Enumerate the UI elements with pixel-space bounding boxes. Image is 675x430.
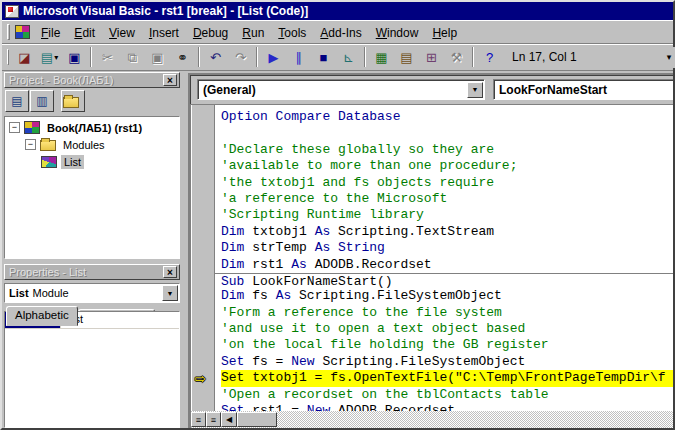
help-button[interactable]: ? [477,46,502,69]
app-icon [5,5,19,18]
code-line[interactable]: Sub LookForNameStart() [215,273,673,288]
tree-item-label[interactable]: Book(ЛАБ1) (rst1) [44,121,145,135]
object-selector-combo[interactable]: List Module ▼ [4,283,180,303]
menu-tools[interactable]: Tools [271,24,313,42]
properties-panel-titlebar[interactable]: Properties - List × [4,264,180,280]
tree-item-label[interactable]: Modules [60,138,108,152]
toolbar-options-button[interactable]: ▾ [662,47,675,68]
tree-item-book-лаб1-rst1-[interactable]: −Book(ЛАБ1) (rst1) [5,119,179,136]
save-button[interactable]: ▣ [62,46,87,69]
view-object-button[interactable]: ▥ [30,90,54,112]
copy-button[interactable]: ⧉ [120,46,145,69]
menu-addins[interactable]: Add-Ins [313,24,368,42]
code-line[interactable]: Dim rst1 As ADODB.Recordset [221,257,673,273]
menu-window[interactable]: Window [369,24,426,42]
menu-edit[interactable]: Edit [67,24,102,42]
code-line[interactable]: 'Declare these globally so they are [221,142,673,158]
chevron-down-icon[interactable]: ▼ [467,82,483,98]
find-button[interactable]: ⚭ [170,46,195,69]
collapse-icon[interactable]: − [9,122,20,133]
chevron-down-icon[interactable]: ▼ [162,285,178,301]
code-line[interactable]: 'and use it to open a text object based [221,321,673,337]
code-line[interactable]: Dim txtobj1 As Scripting.TextStream [221,224,673,240]
left-dock: Project - Book(ЛАБ1) × ▤ ▥ −Book(ЛАБ1) (… [2,71,182,428]
toolbar-separator [256,47,258,67]
cursor-position: Ln 17, Col 1 [512,50,662,64]
paste-button[interactable]: ▣ [145,46,170,69]
stop-icon: ■ [320,51,328,64]
code-line[interactable] [221,125,673,141]
insert-module-button[interactable]: ▤▾ [37,46,62,69]
procedure-view-button[interactable]: ≡ [191,412,206,427]
toolbox-button[interactable]: ⚒ [444,46,469,69]
cut-button[interactable]: ✂ [95,46,120,69]
view-code-button[interactable]: ▤ [5,90,29,112]
toggle-folders-button[interactable] [61,90,85,112]
toolbar-separator [198,47,200,67]
menu-view[interactable]: View [102,24,142,42]
procedure-combo[interactable]: LookForNameStart [493,79,673,100]
close-icon[interactable]: × [163,74,177,86]
code-line[interactable]: 'available to more than one procedure; [221,158,673,174]
toolbar-separator [472,47,474,67]
menu-help[interactable]: Help [425,24,464,42]
horizontal-scrollbar[interactable]: ≡ ≡ ◀ [190,411,673,428]
menu-grip[interactable] [7,24,10,40]
break-line[interactable]: Set txtobj1 = fs.OpenTextFile("C:\Temp\F… [221,370,673,386]
title-bar[interactable]: Microsoft Visual Basic - rst1 [break] - … [2,2,673,20]
code-line[interactable]: Dim fs As Scripting.FileSystemObject [221,288,673,304]
code-line[interactable]: 'Form a reference to the file system [221,305,673,321]
cut-icon: ✂ [102,51,113,64]
folder-icon [40,140,56,151]
view-code-icon: ▤ [11,94,22,108]
code-line[interactable]: Set fs = New Scripting.FileSystemObject [221,354,673,370]
folder-icon [63,97,79,108]
tree-item-list[interactable]: List [5,153,179,170]
code-line[interactable]: 'a reference to the Microsoft [221,191,673,207]
chevron-down-icon: ▾ [54,53,58,62]
properties-window-button[interactable]: ▤ [394,46,419,69]
scrollbar-thumb[interactable] [237,412,277,427]
menu-debug[interactable]: Debug [186,24,235,42]
tree-item-modules[interactable]: −Modules [5,136,179,153]
design-mode-button[interactable]: ⊾ [336,46,361,69]
toolbar-separator [364,47,366,67]
object-browser-button[interactable]: ⊞ [419,46,444,69]
undo-button[interactable]: ↶ [203,46,228,69]
menu-file[interactable]: File [34,24,67,42]
code-editor[interactable]: ⇨ Option Compare Database 'Declare these… [190,104,673,411]
collapse-icon[interactable]: − [25,139,36,150]
code-line[interactable]: 'on the local file holding the GB regist… [221,337,673,353]
tab-alphabetic[interactable]: Alphabetic [6,306,78,326]
margin-indicator-bar[interactable]: ⇨ [191,105,215,411]
project-panel-titlebar[interactable]: Project - Book(ЛАБ1) × [4,72,180,88]
menu-insert[interactable]: Insert [142,24,186,42]
stop-button[interactable]: ■ [311,46,336,69]
view-microsoft-access-button[interactable]: ◪ [12,46,37,69]
child-window-icon[interactable] [15,25,30,39]
menu-run[interactable]: Run [235,24,271,42]
code-line[interactable]: Dim strTemp As String [221,240,673,256]
standard-toolbar: ◪▤▾▣✂⧉▣⚭↶↷▶∥■⊾▦▤⊞⚒? Ln 17, Col 1 ▾ [2,44,673,71]
code-line[interactable]: Set rst1 = New ADODB.Recordset [221,403,673,411]
vb-ide-window: Microsoft Visual Basic - rst1 [break] - … [0,0,675,430]
object-combo[interactable]: (General) ▼ [197,79,485,100]
code-line[interactable]: 'Scripting Runtime library [221,207,673,223]
scroll-left-icon[interactable]: ◀ [221,412,237,427]
run-button[interactable]: ▶ [261,46,286,69]
redo-button[interactable]: ↷ [228,46,253,69]
code-text[interactable]: Option Compare Database 'Declare these g… [215,105,673,411]
code-line[interactable]: 'the txtobj1 and fs objects require [221,175,673,191]
window-title: Microsoft Visual Basic - rst1 [break] - … [23,4,308,18]
project-explorer-button[interactable]: ▦ [369,46,394,69]
code-line[interactable]: Option Compare Database [221,109,673,125]
property-value-cell[interactable]: List [61,312,179,328]
break-button[interactable]: ∥ [286,46,311,69]
code-line[interactable]: 'Open a recordset on the tblContacts tab… [221,387,673,403]
full-module-view-button[interactable]: ≡ [206,412,221,427]
view-microsoft-access-icon: ◪ [18,51,30,64]
close-icon[interactable]: × [163,266,177,278]
tree-item-label[interactable]: List [61,155,84,169]
toolbar-grip[interactable] [7,49,9,65]
object-browser-icon: ⊞ [426,51,437,64]
